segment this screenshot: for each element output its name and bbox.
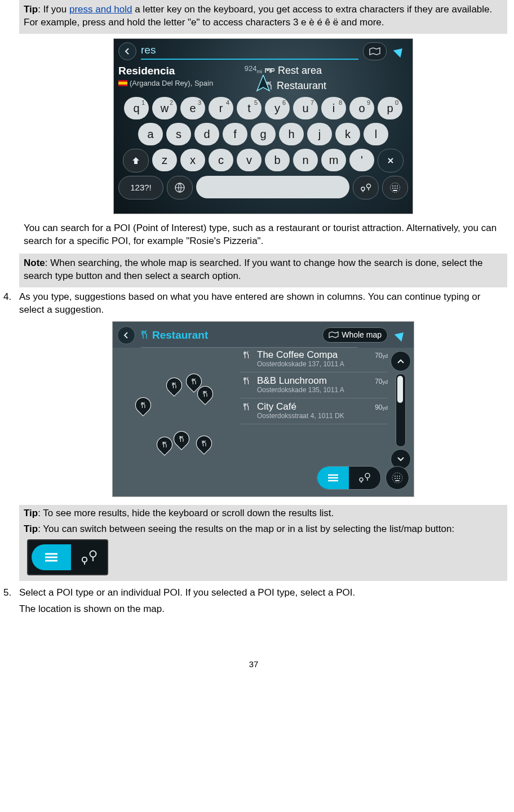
poi-pin[interactable] — [163, 374, 185, 397]
svg-rect-20 — [395, 480, 400, 481]
map-icon — [329, 331, 339, 338]
press-and-hold-link[interactable]: press and hold — [69, 4, 132, 15]
backspace-key[interactable] — [378, 149, 404, 172]
key-r[interactable]: r4 — [209, 97, 233, 119]
chevron-down-icon — [397, 456, 405, 462]
map-pins-icon — [357, 472, 373, 483]
key-y[interactable]: y6 — [265, 97, 290, 119]
key-k[interactable]: k — [335, 123, 360, 145]
scrollbar[interactable] — [391, 351, 410, 469]
svg-point-16 — [399, 476, 400, 477]
note-box-search-scope: Note: When searching, the whole map is s… — [19, 254, 507, 287]
chevron-left-icon — [123, 47, 131, 55]
map-view[interactable] — [113, 347, 240, 494]
result-title: Residencia — [118, 64, 175, 78]
key-v[interactable]: v — [237, 149, 262, 171]
svg-point-2 — [367, 184, 371, 188]
key-u[interactable]: u7 — [293, 97, 318, 119]
key-q[interactable]: q1 — [124, 97, 149, 119]
svg-point-18 — [397, 478, 398, 479]
poi-pin[interactable] — [170, 428, 193, 450]
svg-point-9 — [397, 188, 398, 189]
key-t[interactable]: t5 — [237, 97, 262, 119]
svg-point-11 — [360, 478, 363, 481]
numeric-key[interactable]: 123?! — [118, 176, 163, 199]
chevron-up-icon — [397, 358, 405, 364]
poi-pin[interactable] — [193, 432, 215, 455]
key-w[interactable]: w2 — [152, 97, 177, 119]
list-map-button-image — [27, 539, 108, 575]
tip-label: Tip — [24, 4, 38, 15]
key-b[interactable]: b — [265, 149, 290, 171]
key-o[interactable]: o9 — [349, 97, 374, 119]
keyboard-layout-key[interactable] — [382, 176, 408, 199]
svg-point-7 — [392, 188, 393, 189]
svg-point-4 — [392, 185, 393, 187]
key-p[interactable]: p0 — [378, 97, 402, 119]
language-key[interactable] — [167, 176, 193, 199]
search-text: res — [141, 44, 156, 56]
key-c[interactable]: c — [209, 149, 233, 171]
key-a[interactable]: a — [138, 123, 163, 145]
search-scope-button[interactable]: Whole map — [322, 327, 388, 343]
key-h[interactable]: h — [279, 123, 304, 145]
key-l[interactable]: l — [364, 123, 388, 145]
key-s[interactable]: s — [166, 123, 191, 145]
key-'[interactable]: ' — [349, 149, 374, 171]
search-field[interactable]: res — [141, 43, 358, 60]
shift-key[interactable] — [123, 149, 149, 172]
key-f[interactable]: f — [223, 123, 247, 145]
flag-spain-icon — [118, 80, 127, 86]
poi-pin[interactable] — [132, 394, 154, 416]
keyboard-icon — [391, 472, 404, 484]
key-z[interactable]: z — [152, 149, 177, 171]
keyboard-icon — [389, 182, 401, 193]
svg-rect-10 — [393, 190, 397, 191]
poi-pin[interactable] — [153, 433, 176, 456]
restaurant-icon — [242, 403, 250, 411]
svg-point-14 — [395, 476, 396, 477]
svg-point-12 — [365, 473, 370, 478]
svg-point-1 — [361, 187, 365, 190]
key-x[interactable]: x — [180, 149, 205, 171]
svg-point-15 — [397, 476, 398, 477]
svg-point-5 — [395, 185, 396, 187]
category-results[interactable]: Rest area Restaurant — [264, 64, 408, 93]
keyboard-screenshot: res Residencia 924mi (Arganda Del Rey), … — [113, 38, 413, 214]
step5-line1: Select a POI type or an individual POI. … — [19, 587, 503, 600]
shift-icon — [131, 156, 140, 165]
svg-point-22 — [90, 551, 96, 557]
result-item[interactable]: B&B LunchroomOosterdokskade 135, 1011 A7… — [240, 372, 388, 398]
current-location-indicator — [392, 327, 409, 344]
key-n[interactable]: n — [293, 149, 318, 171]
key-d[interactable]: d — [194, 123, 219, 145]
close-icon — [387, 157, 395, 165]
space-key[interactable] — [196, 176, 349, 198]
address-result[interactable]: Residencia 924mi (Arganda Del Rey), Spai… — [118, 64, 262, 93]
search-field[interactable]: Restaurant — [140, 328, 318, 343]
list-map-toggle[interactable] — [317, 466, 381, 490]
page-number: 37 — [0, 659, 507, 670]
svg-point-19 — [399, 478, 400, 479]
svg-point-17 — [395, 478, 396, 479]
svg-point-6 — [397, 185, 398, 187]
scroll-up-button[interactable] — [391, 351, 411, 371]
key-i[interactable]: i8 — [321, 97, 346, 119]
key-j[interactable]: j — [307, 123, 332, 145]
globe-icon — [174, 182, 185, 193]
show-keyboard-button[interactable] — [386, 466, 409, 490]
gps-cursor-icon — [256, 75, 271, 95]
back-button[interactable] — [117, 326, 135, 344]
step4-text: As you type, suggestions based on what y… — [19, 291, 503, 317]
key-e[interactable]: e3 — [180, 97, 205, 119]
key-g[interactable]: g — [251, 123, 276, 145]
tip-box-results: Tip: To see more results, hide the keybo… — [19, 505, 507, 582]
search-scope-button[interactable] — [363, 42, 387, 60]
restaurant-icon — [140, 330, 149, 339]
back-button[interactable] — [118, 42, 136, 60]
restaurant-icon — [242, 351, 250, 359]
poi-key[interactable] — [353, 176, 379, 199]
result-item[interactable]: City CaféOosterdoksstraat 4, 1011 DK90yd — [240, 398, 388, 424]
key-m[interactable]: m — [321, 149, 346, 171]
result-item[interactable]: The Coffee CompaOosterdokskade 137, 1011… — [240, 347, 388, 372]
